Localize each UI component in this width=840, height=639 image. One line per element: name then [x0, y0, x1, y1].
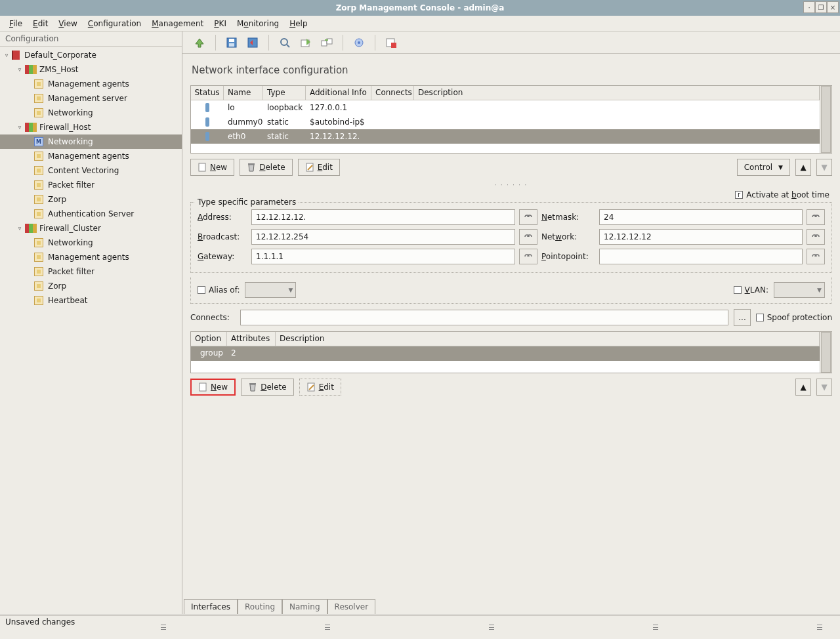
col-status[interactable]: Status [191, 86, 224, 100]
table-row-selected[interactable]: eth0 static 12.12.12.12. [191, 129, 820, 144]
tree-item-packet-filter[interactable]: Packet filter [0, 178, 182, 192]
view-icon[interactable] [278, 35, 292, 50]
config-tree[interactable]: ▿ Default_Corporate ▿ ZMS_Host Managemen… [0, 47, 182, 309]
save-icon[interactable] [224, 35, 239, 50]
resize-grip-icon[interactable] [653, 625, 658, 630]
gateway-input[interactable] [251, 249, 515, 264]
menu-configuration[interactable]: Configuration [83, 17, 146, 30]
resize-grip-icon[interactable] [161, 625, 166, 630]
tree-item-heartbeat[interactable]: Heartbeat [0, 293, 182, 308]
move-down-button[interactable]: ▼ [816, 379, 832, 396]
menu-monitoring[interactable]: Monitoring [232, 17, 284, 30]
link-icon[interactable] [519, 209, 537, 225]
delete-button[interactable]: Delete [240, 159, 292, 176]
col-option[interactable]: Option [191, 332, 227, 346]
tree-item-packet-filter[interactable]: Packet filter [0, 264, 182, 279]
tab-interfaces[interactable]: Interfaces [184, 599, 238, 614]
col-description[interactable]: Description [276, 332, 820, 346]
table-row[interactable]: dummy0 static $autobind-ip$ [191, 115, 820, 129]
revert-icon[interactable] [245, 35, 260, 50]
new-file-icon [198, 163, 207, 172]
tree-host-zms[interactable]: ▿ ZMS_Host [0, 62, 182, 77]
tree-item-mgmt-server[interactable]: Management server [0, 91, 182, 106]
edit-button[interactable]: Edit [299, 379, 341, 396]
gear-icon[interactable] [352, 35, 366, 50]
delete-button[interactable]: Delete [241, 379, 293, 396]
new-button[interactable]: New [190, 159, 234, 176]
ptp-input[interactable] [599, 249, 803, 264]
browse-button[interactable]: ... [734, 309, 750, 326]
expander-icon[interactable]: ▿ [16, 224, 24, 232]
scrollbar[interactable] [820, 332, 831, 373]
col-attributes[interactable]: Attributes [227, 332, 276, 346]
expander-icon[interactable]: ▿ [16, 66, 24, 73]
menu-edit[interactable]: Edit [28, 17, 53, 30]
tree-item-zorp[interactable]: Zorp [0, 192, 182, 207]
menu-management[interactable]: Management [146, 17, 209, 30]
control-button[interactable]: Control ▼ [737, 159, 790, 176]
expander-icon[interactable]: ▿ [3, 51, 10, 59]
tree-item-mgmt-agents[interactable]: Management agents [0, 250, 182, 264]
tree-item-auth-server[interactable]: Authentication Server [0, 207, 182, 221]
vlan-checkbox[interactable]: VLAN: [734, 285, 768, 295]
tree-item-mgmt-agents[interactable]: Management agents [0, 149, 182, 163]
minimize-button[interactable]: · [803, 1, 815, 13]
alias-checkbox[interactable]: Alias of: [198, 285, 240, 295]
tree-host-cluster[interactable]: ▿ Firewall_Cluster [0, 221, 182, 236]
tree-site[interactable]: ▿ Default_Corporate [0, 48, 182, 62]
tree-host-firewall[interactable]: ▿ Firewall_Host [0, 120, 182, 134]
maximize-button[interactable]: ❐ [815, 1, 827, 13]
resize-grip-icon[interactable] [325, 625, 330, 630]
col-name[interactable]: Name [224, 86, 263, 100]
close-button[interactable]: × [827, 1, 839, 13]
edit-button[interactable]: Edit [298, 159, 340, 176]
resize-grip-icon[interactable] [489, 625, 494, 630]
col-type[interactable]: Type [263, 86, 306, 100]
address-input[interactable] [251, 209, 515, 225]
move-up-button[interactable]: ▲ [795, 379, 811, 396]
tree-item-content-vectoring[interactable]: Content Vectoring [0, 163, 182, 178]
up-icon[interactable] [192, 35, 207, 50]
col-connects[interactable]: Connects [371, 86, 414, 100]
col-description[interactable]: Description [414, 86, 820, 100]
broadcast-input[interactable] [251, 229, 515, 245]
tab-resolver[interactable]: Resolver [327, 599, 376, 614]
tree-item-zorp[interactable]: Zorp [0, 279, 182, 293]
tree-item-networking-selected[interactable]: Networking [0, 134, 182, 149]
activate-boot-checkbox[interactable]: r Activate at boot time [735, 190, 830, 199]
menu-pki[interactable]: PKI [209, 17, 232, 30]
svg-line-5 [287, 45, 289, 47]
tree-item-mgmt-agents[interactable]: Management agents [0, 77, 182, 91]
new-button-highlighted[interactable]: New [190, 379, 236, 396]
menu-help[interactable]: Help [284, 17, 312, 30]
spoof-checkbox[interactable]: Spoof protection [756, 313, 832, 322]
netmask-input[interactable] [599, 209, 803, 225]
tab-routing[interactable]: Routing [238, 599, 282, 614]
tree-item-networking[interactable]: Networking [0, 236, 182, 250]
col-additional-info[interactable]: Additional Info [306, 86, 371, 100]
tab-naming[interactable]: Naming [282, 599, 327, 614]
splitter-handle[interactable]: · · · · · · [182, 181, 840, 189]
window-controls: · ❐ × [803, 1, 839, 13]
table-row-selected[interactable]: group 2 [191, 346, 820, 361]
menu-file[interactable]: File [4, 17, 28, 30]
network-input[interactable] [599, 229, 803, 245]
move-up-button[interactable]: ▲ [795, 159, 811, 176]
link-icon[interactable] [807, 229, 825, 245]
tree-item-networking[interactable]: Networking [0, 106, 182, 120]
link-icon[interactable] [807, 209, 825, 225]
expander-icon[interactable]: ▿ [16, 123, 24, 131]
table-row[interactable]: lo loopback 127.0.0.1 [191, 100, 820, 115]
link-icon[interactable] [519, 229, 537, 245]
transfer-icon[interactable] [320, 35, 334, 50]
menu-view[interactable]: View [53, 17, 82, 30]
connects-input[interactable] [240, 310, 728, 325]
move-down-button[interactable]: ▼ [816, 159, 832, 176]
commit-icon[interactable] [299, 35, 313, 50]
scrollbar[interactable] [820, 86, 831, 153]
link-icon[interactable] [519, 249, 537, 264]
link-icon[interactable] [807, 249, 825, 264]
status-indicator-icon [205, 132, 209, 141]
resize-grip-icon[interactable] [817, 625, 822, 630]
stop-icon[interactable] [384, 35, 398, 50]
